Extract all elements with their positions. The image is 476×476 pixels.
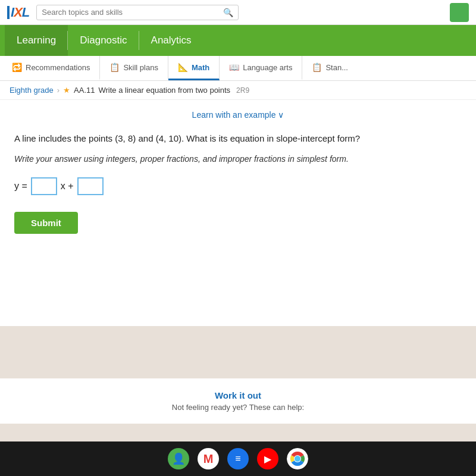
learn-example[interactable]: Learn with an example ∨ <box>14 109 462 120</box>
tab-recommendations-label: Recommendations <box>26 63 90 72</box>
skillplans-icon: 📋 <box>109 62 120 72</box>
nav-item-diagnostic[interactable]: Diagnostic <box>68 25 139 56</box>
instruction-text: Write your answer using integers, proper… <box>14 153 462 165</box>
recommendations-icon: 🔁 <box>12 62 22 72</box>
breadcrumb: Eighth grade › ★ AA.11 Write a linear eq… <box>0 81 476 100</box>
breadcrumb-star-icon: ★ <box>63 86 70 95</box>
equation-x: x + <box>61 181 74 192</box>
equation-row: y = x + <box>14 177 462 195</box>
intercept-input[interactable] <box>77 177 104 195</box>
search-input[interactable] <box>42 8 221 17</box>
nav-diagnostic-label: Diagnostic <box>80 35 127 46</box>
slope-input[interactable] <box>31 177 57 195</box>
search-icon: 🔍 <box>223 8 233 17</box>
ixl-logo[interactable]: IXL <box>7 5 29 20</box>
green-nav: Learning Diagnostic Analytics <box>0 25 476 56</box>
tab-skill-plans[interactable]: 📋 Skill plans <box>100 56 168 80</box>
taskbar: 👤 M ≡ ▶ <box>0 441 476 476</box>
breadcrumb-grade[interactable]: Eighth grade <box>10 86 54 95</box>
taskbar-icon-chrome[interactable] <box>287 448 308 469</box>
tab-languagearts-label: Language arts <box>243 63 292 72</box>
people-icon: 👤 <box>172 452 185 465</box>
tab-skillplans-label: Skill plans <box>123 63 158 72</box>
tab-recommendations[interactable]: 🔁 Recommendations <box>2 56 100 80</box>
nav-item-analytics[interactable]: Analytics <box>139 25 203 56</box>
chrome-icon <box>287 448 308 469</box>
taskbar-icon-people[interactable]: 👤 <box>168 448 189 469</box>
breadcrumb-skill-code: AA.11 <box>74 86 95 95</box>
search-bar[interactable]: 🔍 <box>36 5 239 20</box>
submit-button[interactable]: Submit <box>14 212 78 234</box>
top-bar: IXL 🔍 <box>0 0 476 25</box>
breadcrumb-separator: › <box>57 86 60 95</box>
tab-standards[interactable]: 📋 Stan... <box>302 56 358 80</box>
tab-math[interactable]: 📐 Math <box>168 56 220 80</box>
help-section: Work it out Not feeling ready yet? These… <box>0 378 476 424</box>
learn-example-link[interactable]: Learn with an example ∨ <box>192 110 284 120</box>
taskbar-icon-gmail[interactable]: M <box>198 448 219 469</box>
tab-language-arts[interactable]: 📖 Language arts <box>220 56 302 80</box>
svg-point-2 <box>295 456 300 462</box>
page-wrapper: IXL 🔍 Learning Diagnostic Analytics 🔁 Re… <box>0 0 476 476</box>
background-area <box>0 326 476 378</box>
taskbar-icon-docs[interactable]: ≡ <box>227 448 249 469</box>
breadcrumb-skill-name: Write a linear equation from two points <box>99 86 231 95</box>
nav-analytics-label: Analytics <box>151 35 192 46</box>
gmail-icon: M <box>203 452 214 466</box>
standards-icon: 📋 <box>312 62 322 72</box>
equation-prefix: y = <box>14 181 27 192</box>
nav-item-learning[interactable]: Learning <box>5 25 68 56</box>
main-content: Learn with an example ∨ A line includes … <box>0 100 476 326</box>
docs-icon: ≡ <box>235 453 240 464</box>
not-ready-text: Not feeling ready yet? These can help: <box>12 403 464 412</box>
tab-math-label: Math <box>192 63 209 72</box>
math-icon: 📐 <box>178 62 188 72</box>
taskbar-icon-youtube[interactable]: ▶ <box>257 448 278 469</box>
user-avatar[interactable] <box>450 3 469 22</box>
work-it-out-link[interactable]: Work it out <box>12 390 464 400</box>
tab-standards-label: Stan... <box>325 63 348 72</box>
breadcrumb-level: 2R9 <box>236 86 249 95</box>
youtube-icon: ▶ <box>264 453 271 465</box>
languagearts-icon: 📖 <box>229 62 239 72</box>
nav-learning-label: Learning <box>17 35 56 46</box>
question-text: A line includes the points (3, 8) and (4… <box>14 132 462 146</box>
sub-tabs: 🔁 Recommendations 📋 Skill plans 📐 Math 📖… <box>0 56 476 81</box>
